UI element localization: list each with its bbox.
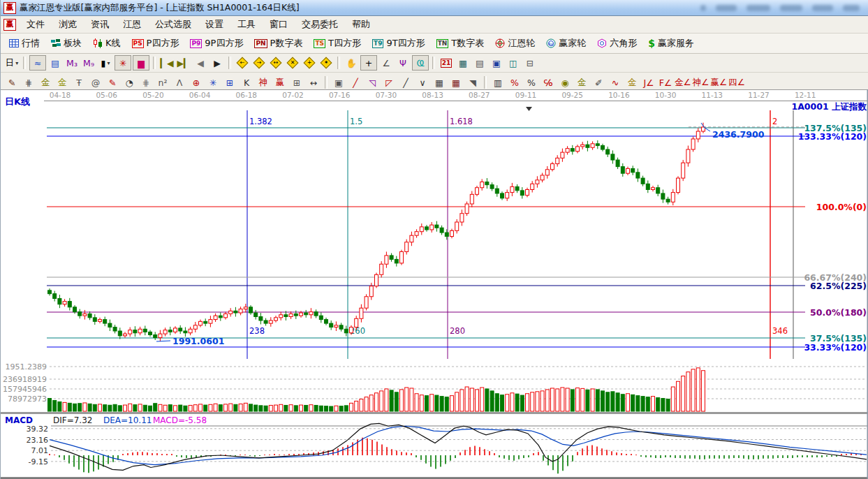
shen-angle-tool[interactable]: 神∠ (693, 75, 709, 89)
price-bars-tool[interactable]: ▥ (490, 75, 506, 89)
red-target-tool[interactable]: ⊕ (189, 75, 204, 89)
nav-next[interactable]: ▶ (209, 56, 225, 70)
sectors-label: 板块 (64, 37, 82, 50)
feature-sectors[interactable]: 板块 (45, 35, 87, 52)
dense-grid-tool[interactable]: ▦ (432, 75, 447, 89)
purple-fanbox-tool[interactable]: ◹ (365, 75, 380, 89)
chart-region[interactable]: 04-1805-0605-2006-0406-1807-0207-1607-30… (1, 89, 868, 479)
quotes-label: 行情 (22, 37, 40, 50)
gold-circle-tool[interactable]: ◉ (557, 75, 573, 89)
feature-9t-square[interactable]: T99T四方形 (367, 35, 431, 52)
percent-7-tool[interactable]: % (507, 75, 522, 89)
ying-ruler[interactable]: 赢 (272, 75, 288, 89)
diamond-cross[interactable]: ✕ (285, 56, 300, 70)
crosshair-tool[interactable]: + (360, 55, 377, 71)
titlebar-blurred-controls[interactable] (700, 5, 865, 11)
histogram-tool[interactable]: ▆ (133, 55, 149, 71)
candle-style-dropdown[interactable]: ▮▾ (98, 56, 113, 70)
wave-lines-tool[interactable]: ∿ (608, 75, 623, 89)
network[interactable]: ◫ (506, 56, 521, 70)
diamond-plus[interactable]: + (302, 56, 317, 70)
diamond-star[interactable]: ✶ (318, 56, 334, 70)
feature-hexagon[interactable]: 六角形 (591, 35, 642, 52)
si-angle-tool[interactable]: 四∠ (728, 75, 745, 89)
n-square-tool[interactable]: n² (155, 75, 170, 89)
grid-123-tool[interactable]: ⊞ (289, 75, 304, 89)
menu-item-3[interactable]: 资讯 (84, 17, 116, 32)
slant-lines-tool[interactable]: ◥ (465, 75, 480, 89)
feature-gann-wheel[interactable]: 江恩轮 (490, 35, 540, 52)
ying-angle-tool[interactable]: 赢∠ (710, 75, 727, 89)
save-disk[interactable]: ▣ (489, 56, 504, 70)
feature-p-square[interactable]: PSP四方形 (126, 35, 185, 52)
period-day-dropdown[interactable]: 日▾ (4, 56, 20, 70)
time-clock-tool[interactable]: ◔ (122, 75, 137, 89)
feature-winner-service[interactable]: $赢家服务 (642, 35, 700, 52)
tick-ruler[interactable]: ⋕ (21, 75, 36, 89)
tick-ruler-2[interactable]: ⋕ (138, 75, 154, 89)
menu-item-6[interactable]: 设置 (198, 17, 230, 32)
trend-lines-tool[interactable]: ╱ (398, 75, 413, 89)
angle-measure-tool[interactable]: ∠ (378, 56, 394, 70)
notepad[interactable]: ▤ (472, 56, 487, 70)
k-mark-tool[interactable]: K (239, 75, 254, 89)
percent-tool[interactable]: % (524, 75, 539, 89)
menu-item-4[interactable]: 江恩 (116, 17, 148, 32)
feature-t-number-table[interactable]: TNT数字表 (431, 35, 490, 52)
f-angle-tool[interactable]: F∠ (658, 75, 673, 89)
v-lines-tool[interactable]: ∨ (415, 75, 430, 89)
chart-canvas[interactable]: 04-1805-0605-2006-0406-1807-0207-1607-30… (1, 89, 868, 479)
gold-angle-tool[interactable]: 金∠ (675, 75, 691, 89)
red-fan-tool[interactable]: ╱ (348, 75, 363, 89)
gann-crown-tool[interactable]: Ψ (395, 56, 411, 70)
diamond-right[interactable]: → (251, 56, 267, 70)
menu-item-1[interactable]: 文件 (20, 17, 52, 32)
gold-ruler-2[interactable]: 金 (54, 75, 70, 89)
width-arrows-tool[interactable]: ↔ (306, 75, 321, 89)
menu-item-5[interactable]: 公式选股 (148, 17, 198, 32)
blue-star-tool[interactable]: ✳ (205, 75, 221, 89)
nav-first[interactable]: ▎◀ (159, 56, 175, 70)
pencil-tool[interactable]: ✎ (4, 75, 20, 89)
nav-prev[interactable]: ◀ (193, 56, 208, 70)
nav-last[interactable]: ▶▎ (176, 56, 191, 70)
gold-lines-tool[interactable]: 金 (574, 75, 589, 89)
dense-grid-red-tool[interactable]: ▦ (448, 75, 464, 89)
menu-item-9[interactable]: 交易委托 (295, 17, 345, 32)
feature-p-number-table[interactable]: PNP数字表 (249, 35, 308, 52)
calendar-21[interactable]: 21 (439, 56, 454, 70)
red-pencil-tool[interactable]: ✎ (105, 75, 120, 89)
spiral-tool[interactable]: @ (88, 75, 103, 89)
feature-t-square[interactable]: TST四方形 (308, 35, 367, 52)
angle-a-tool[interactable]: Λ (172, 75, 187, 89)
gold-angle-line-tool[interactable]: 金 (624, 75, 640, 89)
note-doc-tool[interactable]: ▤ (47, 56, 63, 70)
red-fanbox-tool[interactable]: ◸ (381, 75, 397, 89)
feature-9p-square[interactable]: P99P四方形 (184, 35, 249, 52)
wave-3-tool[interactable]: M₃ (64, 56, 80, 70)
menu-item-8[interactable]: 窗口 (263, 17, 295, 32)
menu-item-2[interactable]: 浏览 (52, 17, 84, 32)
f-ruler[interactable]: Ŧ (71, 75, 87, 89)
gold-ruler-1[interactable]: 金 (38, 75, 53, 89)
menu-item-7[interactable]: 工具 (230, 17, 263, 32)
diamond-hmove[interactable]: ↔ (268, 56, 284, 70)
wave-9-tool[interactable]: M₉ (81, 56, 96, 70)
feature-kline[interactable]: K线 (87, 35, 126, 52)
zigzag-tool[interactable]: ≈ (29, 55, 46, 71)
feature-winner-wheel[interactable]: Big赢家轮 (540, 35, 591, 52)
shen-ruler[interactable]: 神 (256, 75, 271, 89)
feature-quotes[interactable]: 行情 (3, 35, 45, 52)
cloud-tool[interactable]: Ҩ (412, 55, 429, 71)
menu-item-10[interactable]: 帮助 (345, 17, 377, 32)
box-frame-tool[interactable]: ▣ (331, 75, 346, 89)
remote-pc[interactable]: ⊟ (522, 56, 538, 70)
blue-gridbox-tool[interactable]: ⊞ (222, 75, 237, 89)
hand-tool[interactable]: ✋ (344, 56, 359, 70)
pattern-tool[interactable]: ✳ (115, 55, 131, 71)
diamond-left[interactable]: ← (235, 56, 250, 70)
pencil-bars-tool[interactable]: ✐ (591, 75, 606, 89)
calculator[interactable]: ▦ (455, 56, 471, 70)
percent-lines-tool[interactable]: ℅ (540, 75, 556, 89)
j-angle-tool[interactable]: J∠ (641, 75, 656, 89)
